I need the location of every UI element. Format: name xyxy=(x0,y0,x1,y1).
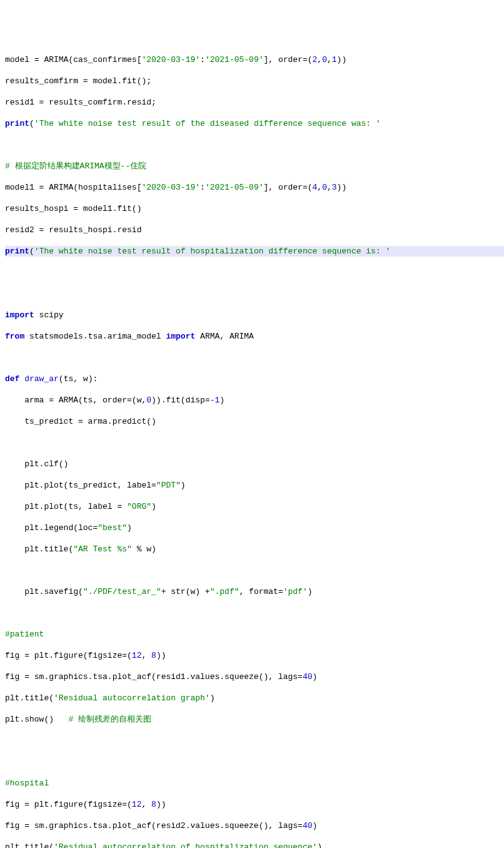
code-line xyxy=(5,140,504,150)
code-line: #hospital xyxy=(5,778,504,789)
code-line: arma = ARMA(ts, order=(w,0)).fit(disp=-1… xyxy=(5,395,504,406)
code-line: fig = plt.figure(figsize=(12, 8)) xyxy=(5,650,504,661)
code-line: plt.plot(ts, label = "ORG") xyxy=(5,501,504,512)
code-line: model = ARIMA(cas_confirmes['2020-03-19'… xyxy=(5,54,504,65)
code-line: plt.savefig("./PDF/test_ar_"+ str(w) +".… xyxy=(5,586,504,597)
code-line xyxy=(5,608,504,618)
code-line: resid1 = results_comfirm.resid; xyxy=(5,97,504,108)
code-line: plt.show() # 绘制残差的自相关图 xyxy=(5,714,504,725)
code-line: print('The white noise test result of th… xyxy=(5,118,504,129)
code-line: model1 = ARIMA(hospitalises['2020-03-19'… xyxy=(5,182,504,193)
code-line xyxy=(5,735,504,746)
code-line xyxy=(5,757,504,767)
code-line: plt.plot(ts_predict, label="PDT") xyxy=(5,480,504,491)
code-line xyxy=(5,565,504,576)
code-line: plt.title('Residual autocorrelation grap… xyxy=(5,693,504,703)
code-line: # 根据定阶结果构建ARIMA模型--住院 xyxy=(5,161,504,171)
code-line: plt.title("AR Test %s" % w) xyxy=(5,544,504,554)
code-editor[interactable]: model = ARIMA(cas_confirmes['2020-03-19'… xyxy=(5,44,504,848)
code-line: resid2 = results_hospi.resid xyxy=(5,225,504,235)
code-line: plt.legend(loc="best") xyxy=(5,523,504,533)
code-line: import scipy xyxy=(5,310,504,320)
code-line: results_hospi = model1.fit() xyxy=(5,203,504,214)
code-line xyxy=(5,352,504,363)
code-line: fig = sm.graphics.tsa.plot_acf(resid2.va… xyxy=(5,820,504,831)
code-line: fig = sm.graphics.tsa.plot_acf(resid1.va… xyxy=(5,672,504,682)
code-line: ts_predict = arma.predict() xyxy=(5,416,504,427)
code-line: def draw_ar(ts, w): xyxy=(5,374,504,384)
code-line: plt.title('Residual autocorrelation of h… xyxy=(5,842,504,848)
code-line: #patient xyxy=(5,629,504,640)
code-line xyxy=(5,289,504,299)
code-line xyxy=(5,437,504,448)
code-line-highlighted: print('The white noise test result of ho… xyxy=(5,246,504,257)
code-line: plt.clf() xyxy=(5,459,504,469)
code-line: results_comfirm = model.fit(); xyxy=(5,76,504,86)
code-line: fig = plt.figure(figsize=(12, 8)) xyxy=(5,799,504,810)
code-line: from statsmodels.tsa.arima_model import … xyxy=(5,331,504,342)
code-line xyxy=(5,267,504,278)
